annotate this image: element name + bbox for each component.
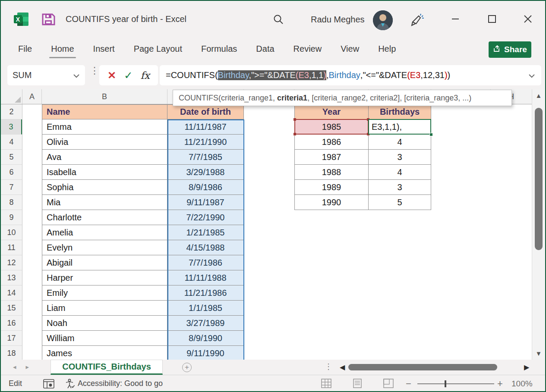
row-header[interactable]: 4 bbox=[1, 135, 22, 150]
tab-data[interactable]: Data bbox=[246, 41, 284, 59]
dob-cell[interactable]: 11/21/1986 bbox=[167, 285, 244, 301]
dob-cell[interactable]: 7/7/1986 bbox=[167, 255, 244, 270]
year-cell[interactable]: 1987 bbox=[294, 150, 369, 165]
name-header-cell[interactable]: Name bbox=[42, 104, 167, 119]
row-header[interactable]: 14 bbox=[1, 285, 22, 301]
zoom-out-button[interactable]: − bbox=[406, 378, 411, 389]
row-header[interactable]: 9 bbox=[1, 210, 22, 225]
year-cell[interactable]: 1990 bbox=[294, 195, 369, 210]
column-header-a[interactable]: A bbox=[22, 89, 42, 104]
birthdays-cell[interactable]: 3 bbox=[369, 180, 431, 195]
name-cell[interactable]: Sophia bbox=[42, 180, 167, 195]
name-box[interactable]: SUM bbox=[7, 65, 85, 85]
active-edit-cell-f3[interactable]: E3,1,1), bbox=[369, 119, 431, 135]
column-header-b[interactable]: B bbox=[42, 89, 167, 104]
dob-cell[interactable]: 7/22/1990 bbox=[167, 210, 244, 225]
scrollbar-resize-handle[interactable]: ⋮ bbox=[325, 362, 332, 371]
dob-cell[interactable]: 1/1/1985 bbox=[167, 301, 244, 316]
tab-formulas[interactable]: Formulas bbox=[192, 41, 246, 59]
minimize-button[interactable] bbox=[442, 1, 469, 37]
name-cell[interactable]: Isabella bbox=[42, 165, 167, 180]
search-icon[interactable] bbox=[273, 14, 284, 27]
zoom-level[interactable]: 100% bbox=[511, 379, 533, 389]
year-header-cell[interactable]: Year bbox=[294, 104, 369, 119]
dob-cell[interactable]: 4/15/1988 bbox=[167, 240, 244, 255]
row-header[interactable]: 6 bbox=[1, 165, 22, 180]
accessibility-status[interactable]: Accessibility: Good to go bbox=[78, 379, 163, 388]
dob-cell[interactable]: 11/21/1990 bbox=[167, 135, 244, 150]
name-cell[interactable]: Evelyn bbox=[42, 240, 167, 255]
scroll-up-icon[interactable]: ▲ bbox=[532, 92, 545, 99]
scroll-down-icon[interactable]: ▼ bbox=[532, 350, 545, 357]
row-header[interactable]: 8 bbox=[1, 195, 22, 210]
year-cell[interactable]: 1986 bbox=[294, 135, 369, 150]
zoom-slider-track[interactable] bbox=[417, 383, 494, 384]
row-header[interactable]: 17 bbox=[1, 331, 22, 346]
row-header[interactable]: 10 bbox=[1, 225, 22, 240]
tab-home[interactable]: Home bbox=[41, 41, 83, 59]
year-cell[interactable]: 1989 bbox=[294, 180, 369, 195]
row-header[interactable]: 5 bbox=[1, 150, 22, 165]
dob-cell[interactable]: 11/11/1987 bbox=[167, 119, 244, 135]
vertical-scroll-thumb[interactable] bbox=[535, 108, 543, 250]
birthdays-cell[interactable]: 3 bbox=[369, 150, 431, 165]
close-button[interactable] bbox=[514, 1, 541, 37]
scroll-left-icon[interactable]: ◀ bbox=[340, 363, 345, 371]
tab-review[interactable]: Review bbox=[284, 41, 331, 59]
dob-cell[interactable]: 1/21/1985 bbox=[167, 225, 244, 240]
new-sheet-icon[interactable]: + bbox=[182, 363, 192, 372]
dob-cell[interactable]: 3/27/1989 bbox=[167, 316, 244, 331]
zoom-in-button[interactable]: + bbox=[497, 378, 503, 389]
year-cell[interactable]: 1988 bbox=[294, 165, 369, 180]
name-cell[interactable]: Ava bbox=[42, 150, 167, 165]
name-cell[interactable]: Olivia bbox=[42, 135, 167, 150]
fill-handle[interactable] bbox=[429, 133, 433, 136]
accessibility-icon[interactable] bbox=[65, 379, 76, 391]
birthdays-header-cell[interactable]: Birthdays bbox=[369, 104, 431, 119]
name-cell[interactable]: Noah bbox=[42, 316, 167, 331]
row-header[interactable]: 18 bbox=[1, 346, 22, 360]
formula-bar-drag-handle[interactable]: ⋮ bbox=[90, 68, 99, 73]
dob-cell[interactable]: 9/11/1990 bbox=[167, 346, 244, 361]
row-header[interactable]: 11 bbox=[1, 240, 22, 255]
row-header[interactable]: 7 bbox=[1, 180, 22, 195]
birthdays-cell[interactable]: 4 bbox=[369, 135, 431, 150]
name-cell[interactable]: James bbox=[42, 346, 167, 361]
dob-cell[interactable]: 7/7/1985 bbox=[167, 150, 244, 165]
macro-record-icon[interactable] bbox=[43, 379, 54, 390]
birthdays-cell[interactable]: 5 bbox=[369, 195, 431, 210]
name-cell[interactable]: Charlotte bbox=[42, 210, 167, 225]
name-cell[interactable]: Mia bbox=[42, 195, 167, 210]
name-cell[interactable]: William bbox=[42, 331, 167, 346]
maximize-button[interactable] bbox=[479, 1, 505, 37]
dob-cell[interactable]: 3/29/1988 bbox=[167, 165, 244, 180]
cancel-icon[interactable]: ✕ bbox=[107, 69, 116, 82]
row-header[interactable]: 15 bbox=[1, 301, 22, 316]
formula-input[interactable]: =COUNTIFS(Birthday,">="&DATE(E3,1,1),Bir… bbox=[160, 65, 541, 85]
birthdays-cell[interactable]: 4 bbox=[369, 165, 431, 180]
dob-cell[interactable]: 8/9/1990 bbox=[167, 331, 244, 346]
insert-function-icon[interactable]: fx bbox=[140, 70, 149, 81]
name-cell[interactable]: Liam bbox=[42, 301, 167, 316]
row-header-active[interactable]: 3 bbox=[1, 119, 22, 135]
dob-cell[interactable]: 8/9/1986 bbox=[167, 180, 244, 195]
referenced-cell-e3[interactable]: 1985 bbox=[294, 119, 369, 135]
user-name[interactable]: Radu Meghes bbox=[311, 15, 365, 25]
row-header[interactable]: 13 bbox=[1, 270, 22, 285]
confirm-icon[interactable]: ✓ bbox=[124, 69, 133, 82]
tab-page-layout[interactable]: Page Layout bbox=[124, 41, 192, 59]
dob-cell[interactable]: 9/11/1987 bbox=[167, 195, 244, 210]
tab-insert[interactable]: Insert bbox=[84, 41, 124, 59]
tab-view[interactable]: View bbox=[331, 41, 369, 59]
horizontal-scroll-thumb[interactable] bbox=[348, 364, 497, 370]
user-avatar[interactable] bbox=[373, 10, 393, 30]
formula-bar-expand-chevron-icon[interactable] bbox=[509, 60, 535, 90]
page-break-preview-icon[interactable] bbox=[383, 379, 394, 390]
share-button[interactable]: Share bbox=[489, 41, 531, 58]
select-all-corner[interactable] bbox=[1, 89, 22, 104]
name-cell[interactable]: Emma bbox=[42, 119, 167, 135]
normal-view-icon[interactable] bbox=[321, 379, 331, 390]
zoom-slider-thumb[interactable] bbox=[445, 380, 446, 387]
name-cell[interactable]: Emily bbox=[42, 285, 167, 301]
row-header[interactable]: 12 bbox=[1, 255, 22, 270]
